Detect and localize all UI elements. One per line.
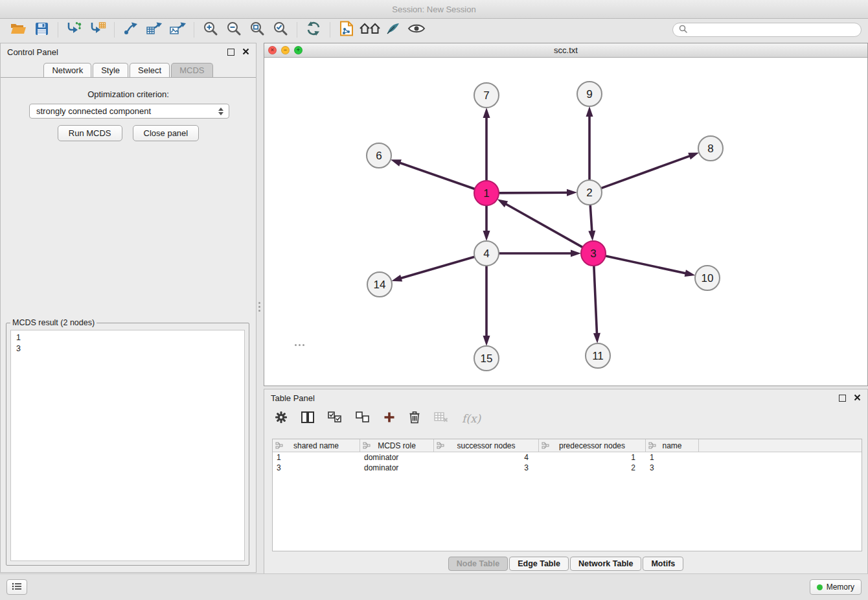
table-cell: 1 bbox=[273, 453, 360, 462]
edge-1-to-2[interactable] bbox=[498, 192, 569, 193]
close-panel-button[interactable]: Close panel bbox=[133, 125, 200, 141]
tab-node-table[interactable]: Node Table bbox=[448, 557, 508, 571]
edge-arrowhead-icon bbox=[685, 270, 696, 277]
node-14[interactable]: 14 bbox=[367, 272, 392, 297]
edge-2-to-8[interactable] bbox=[600, 156, 692, 189]
zoom-in-button[interactable] bbox=[199, 20, 222, 40]
vertical-splitter[interactable] bbox=[257, 43, 264, 573]
export-table-button[interactable] bbox=[143, 20, 166, 40]
node-4[interactable]: 4 bbox=[474, 241, 499, 266]
node-3[interactable]: 3 bbox=[581, 241, 606, 266]
network-window-titlebar[interactable]: scc.txt × − + bbox=[264, 43, 867, 58]
first-neighbors-button[interactable] bbox=[335, 20, 358, 40]
tab-select[interactable]: Select bbox=[130, 63, 170, 77]
show-column-icon[interactable] bbox=[301, 411, 314, 426]
zoom-fit-button[interactable] bbox=[246, 20, 269, 40]
main-toolbar bbox=[0, 19, 868, 41]
tab-network[interactable]: Network bbox=[43, 63, 91, 77]
run-mcds-button[interactable]: Run MCDS bbox=[58, 125, 122, 141]
table-row[interactable]: 1dominator411 bbox=[273, 452, 862, 463]
node-label: 14 bbox=[374, 279, 386, 291]
zoom-selected-button[interactable] bbox=[269, 20, 292, 40]
mcds-result-item: 3 bbox=[16, 343, 239, 354]
node-1[interactable]: 1 bbox=[474, 181, 499, 205]
open-session-button[interactable] bbox=[6, 20, 30, 40]
edge-arrowhead-icon bbox=[391, 159, 402, 166]
tab-motifs[interactable]: Motifs bbox=[643, 557, 683, 571]
network-canvas[interactable]: 7968124314101511 bbox=[264, 57, 867, 386]
node-label: 3 bbox=[590, 248, 596, 260]
optimization-criterion-select[interactable]: strongly connected component bbox=[29, 104, 229, 119]
delete-column-trash-icon[interactable] bbox=[409, 411, 420, 426]
zoom-out-button[interactable] bbox=[222, 20, 246, 40]
toolbar-separator bbox=[330, 22, 330, 38]
minimize-window-icon[interactable]: − bbox=[281, 46, 290, 54]
close-window-icon[interactable]: × bbox=[268, 46, 277, 54]
tab-network-table[interactable]: Network Table bbox=[570, 557, 642, 571]
import-table-button[interactable] bbox=[86, 20, 109, 40]
table-cell: 4 bbox=[434, 453, 539, 462]
table-row[interactable]: 3dominator323 bbox=[273, 463, 862, 473]
tab-mcds[interactable]: MCDS bbox=[171, 63, 212, 77]
node-15[interactable]: 15 bbox=[474, 346, 499, 371]
memory-button[interactable]: Memory bbox=[810, 579, 862, 595]
tab-style[interactable]: Style bbox=[93, 63, 128, 77]
table-settings-gear-icon[interactable] bbox=[275, 411, 288, 426]
zoom-window-icon[interactable]: + bbox=[294, 46, 303, 54]
window-titlebar[interactable]: Session: New Session bbox=[0, 0, 868, 19]
deselect-all-rows-icon[interactable] bbox=[356, 411, 370, 426]
node-2[interactable]: 2 bbox=[577, 180, 602, 205]
delete-table-icon-disabled bbox=[434, 411, 448, 426]
column-header-shared-name[interactable]: shared name bbox=[273, 439, 360, 452]
export-image-button[interactable] bbox=[166, 20, 189, 40]
node-8[interactable]: 8 bbox=[698, 136, 723, 161]
apply-style-button[interactable] bbox=[382, 20, 405, 40]
close-panel-icon[interactable] bbox=[242, 47, 249, 57]
memory-label: Memory bbox=[827, 583, 854, 592]
search-icon bbox=[679, 24, 687, 36]
show-all-views-button[interactable] bbox=[358, 20, 382, 40]
zoom-out-icon bbox=[226, 21, 242, 39]
search-field[interactable] bbox=[672, 23, 862, 37]
node-9[interactable]: 9 bbox=[577, 82, 602, 106]
export-network-button[interactable] bbox=[119, 20, 143, 40]
add-column-icon[interactable] bbox=[383, 411, 395, 426]
edge-4-to-14[interactable] bbox=[399, 257, 475, 279]
import-network-button[interactable] bbox=[63, 20, 86, 40]
float-table-panel-icon[interactable] bbox=[839, 395, 846, 402]
edge-1-to-6[interactable] bbox=[398, 162, 475, 189]
mcds-result-list[interactable]: 13 bbox=[10, 330, 245, 561]
horizontal-splitter[interactable] bbox=[295, 344, 304, 346]
edge-3-to-1[interactable] bbox=[504, 203, 583, 248]
edge-2-to-3[interactable] bbox=[590, 204, 592, 233]
node-6[interactable]: 6 bbox=[367, 143, 391, 168]
node-7[interactable]: 7 bbox=[474, 83, 499, 108]
mcds-result-item: 1 bbox=[16, 332, 239, 343]
column-header-successor-nodes[interactable]: successor nodes bbox=[434, 439, 539, 452]
edge-3-to-10[interactable] bbox=[605, 256, 688, 274]
save-session-button[interactable] bbox=[30, 20, 53, 40]
close-table-panel-icon[interactable] bbox=[854, 393, 861, 403]
table-cell: 3 bbox=[434, 463, 539, 472]
tab-edge-table[interactable]: Edge Table bbox=[509, 557, 569, 571]
node-11[interactable]: 11 bbox=[586, 343, 610, 368]
edge-3-to-11[interactable] bbox=[594, 265, 597, 336]
column-header-MCDS-role[interactable]: MCDS role bbox=[360, 439, 434, 452]
task-history-button[interactable] bbox=[6, 579, 27, 595]
column-header-predecessor-nodes[interactable]: predecessor nodes bbox=[539, 439, 646, 452]
float-panel-icon[interactable] bbox=[227, 49, 234, 56]
node-label: 8 bbox=[707, 143, 713, 155]
node-table-header-row: shared nameMCDS rolesuccessor nodesprede… bbox=[273, 439, 862, 452]
select-all-rows-icon[interactable] bbox=[328, 411, 342, 426]
node-10[interactable]: 10 bbox=[695, 266, 720, 290]
refresh-view-button[interactable] bbox=[302, 20, 325, 40]
import-table-icon bbox=[89, 21, 106, 38]
node-label: 7 bbox=[483, 89, 489, 102]
show-hide-graphics-button[interactable] bbox=[405, 20, 428, 40]
network-window-title: scc.txt bbox=[264, 45, 867, 55]
table-panel-title: Table Panel bbox=[271, 393, 315, 403]
column-header-name[interactable]: name bbox=[646, 439, 699, 452]
node-label: 9 bbox=[586, 88, 592, 100]
edge-arrowhead-icon bbox=[391, 275, 402, 282]
search-input[interactable] bbox=[691, 25, 855, 35]
